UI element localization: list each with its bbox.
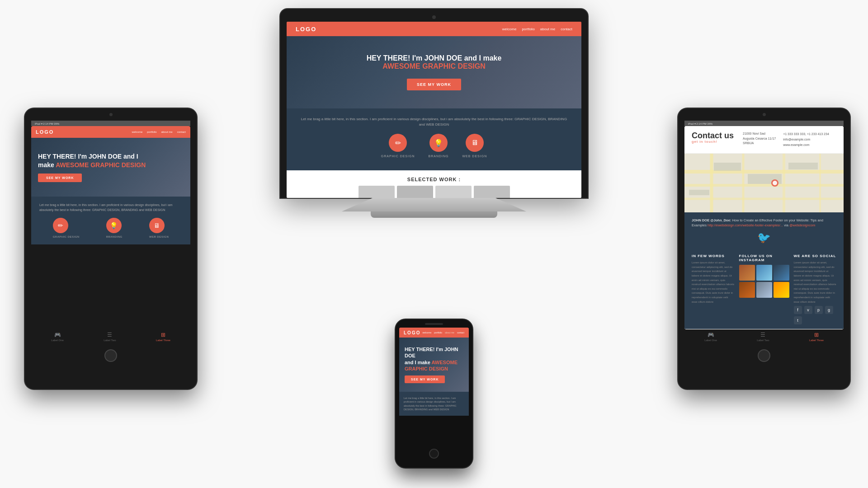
tablet-right-tab-3[interactable]: ⊞ Label Three bbox=[809, 332, 824, 342]
nav-welcome[interactable]: welcome bbox=[502, 27, 517, 31]
tablet-right-tab2-icon: ☰ bbox=[760, 332, 765, 338]
monitor-frame: LOGO welcome portfolio about me contact … bbox=[280, 9, 588, 198]
tablet-right-tab1-icon: 🎮 bbox=[708, 332, 714, 338]
icon-web-design: 🖥 WEB DESIGN bbox=[462, 134, 487, 158]
tablet-left-tab-1[interactable]: 🎮 Label One bbox=[51, 332, 64, 342]
tablet-left-nav-links: welcome portfolio about me contact bbox=[132, 131, 186, 133]
phone-hero: HEY THERE! I'm JOHN DOEand I make AWESOM… bbox=[399, 338, 469, 392]
see-my-work-button[interactable]: SEE MY WORK bbox=[407, 79, 461, 90]
tablet-right-tab-1[interactable]: 🎮 Label One bbox=[704, 332, 717, 342]
footer-instagram-title: FOLLOW US ON INSTAGRAM bbox=[739, 254, 789, 262]
work-item-4[interactable] bbox=[474, 186, 510, 198]
work-item-3[interactable] bbox=[435, 186, 472, 198]
work-grid bbox=[296, 186, 572, 198]
contact-footer: IN FEW WORDS Lorem ipsum dolor sit amet,… bbox=[684, 249, 844, 329]
work-title: SELECTED WORK : bbox=[296, 177, 572, 182]
work-item-1[interactable] bbox=[359, 186, 395, 198]
monitor-hero: HEY THERE! I'm JOHN DOE and I make AWESO… bbox=[287, 36, 581, 108]
insta-3[interactable] bbox=[774, 265, 789, 281]
phone-nav-links: welcome portfolio about me contact bbox=[422, 331, 464, 334]
insta-2[interactable] bbox=[756, 265, 772, 281]
monitor-stand bbox=[280, 198, 588, 211]
tablet-left-about-text: Let me brag a little bit here, in this s… bbox=[39, 203, 182, 212]
contact-title: Contact us bbox=[692, 131, 734, 140]
tablet-left-hero: HEY THERE! I'm JOHN DOE and Imake AWESOM… bbox=[31, 138, 190, 197]
insta-5[interactable] bbox=[756, 282, 772, 298]
svg-rect-10 bbox=[788, 163, 818, 169]
insta-4[interactable] bbox=[739, 282, 755, 298]
nav-contact[interactable]: contact bbox=[561, 27, 572, 31]
phone-home-button[interactable] bbox=[429, 449, 439, 459]
monitor: LOGO welcome portfolio about me contact … bbox=[280, 9, 588, 218]
instagram-grid bbox=[739, 265, 789, 298]
tablet-left-camera bbox=[109, 113, 113, 116]
pinterest-icon[interactable]: p bbox=[815, 306, 823, 314]
tablet-left-icon-1: ✏ GRAPHIC DESIGN bbox=[53, 218, 80, 238]
monitor-about: Let me brag a little bit here, in this s… bbox=[287, 108, 581, 170]
nav-portfolio[interactable]: portfolio bbox=[522, 27, 534, 31]
google-plus-icon[interactable]: g bbox=[825, 306, 833, 314]
social-icons: f v p g t bbox=[794, 306, 837, 324]
footer-col-words: IN FEW WORDS Lorem ipsum dolor sit amet,… bbox=[692, 254, 735, 324]
tablet-right-tab3-icon: ⊞ bbox=[814, 332, 819, 338]
tablet-left-hero-title: HEY THERE! I'm JOHN DOE and Imake AWESOM… bbox=[38, 152, 146, 169]
map-svg bbox=[684, 154, 844, 212]
phone-hero-title: HEY THERE! I'm JOHN DOEand I make AWESOM… bbox=[405, 346, 463, 372]
icon-graphic-design: ✏ GRAPHIC DESIGN bbox=[381, 134, 415, 158]
tablet-right-tab-bar: 🎮 Label One ☰ Label Two ⊞ Label Three bbox=[684, 329, 844, 344]
tablet-left-see-work-btn[interactable]: SEE MY WORK bbox=[38, 174, 82, 182]
monitor-work: SELECTED WORK : bbox=[287, 170, 581, 198]
list-icon: ☰ bbox=[107, 332, 112, 338]
monitor-logo: LOGO bbox=[296, 26, 316, 33]
insta-1[interactable] bbox=[739, 265, 755, 281]
branding-icon: 💡 bbox=[429, 134, 448, 152]
tablet-left: iPad ▾ 2:14 PM 35% LOGO welcome portfoli… bbox=[25, 108, 197, 389]
nav-about[interactable]: about me bbox=[540, 27, 555, 31]
monitor-base bbox=[371, 211, 497, 218]
tablet-left-nav: LOGO welcome portfolio about me contact bbox=[31, 126, 190, 138]
contact-info: 21000 Novi SadAugusta Cesarca 11/17SRBIJ… bbox=[743, 131, 836, 148]
footer-social-text: Lorem ipsum dolor sit amet, consectetur … bbox=[794, 261, 837, 304]
contact-header: Contact us get in touch! 21000 Novi SadA… bbox=[684, 126, 844, 154]
tablet-left-logo: LOGO bbox=[36, 129, 54, 135]
tablet-left-icons: ✏ GRAPHIC DESIGN 💡 BRANDING 🖥 WEB DESIGN bbox=[39, 218, 182, 238]
tablet-left-icon-2: 💡 BRANDING bbox=[106, 218, 123, 238]
tablet-left-status: iPad ▾ 2:14 PM 35% bbox=[31, 121, 190, 126]
phone: LOGO welcome portfolio about me contact … bbox=[396, 319, 472, 468]
phone-about-text: Let me brag a little bit here, in this s… bbox=[404, 396, 464, 411]
contact-map bbox=[684, 154, 844, 212]
vimeo-icon[interactable]: v bbox=[804, 306, 812, 314]
facebook-icon[interactable]: f bbox=[794, 306, 802, 314]
tablet-left-screen: LOGO welcome portfolio about me contact … bbox=[31, 126, 190, 329]
svg-rect-11 bbox=[689, 190, 709, 195]
web-design-label: WEB DESIGN bbox=[462, 155, 487, 158]
grid-icon: ⊞ bbox=[161, 332, 165, 338]
tablet-right-frame: iPad ▾ 2:14 PM 35% Contact us get in tou… bbox=[678, 108, 850, 389]
contact-title-block: Contact us get in touch! bbox=[692, 131, 734, 148]
tablet-right-status: iPad ▾ 2:14 PM 35% bbox=[684, 121, 844, 126]
monitor-nav: LOGO welcome portfolio about me contact bbox=[287, 22, 581, 36]
tablet-left-graphic-label: GRAPHIC DESIGN bbox=[53, 235, 80, 238]
tablet-right-home-button[interactable] bbox=[758, 349, 770, 362]
insta-6[interactable] bbox=[774, 282, 789, 298]
tablet-right-tab-2[interactable]: ☰ Label Two bbox=[757, 332, 769, 342]
contact-twitter-section: JOHN DOE @John_Doe: How to Create an Eff… bbox=[684, 212, 844, 250]
tablet-left-graphic-icon: ✏ bbox=[53, 218, 68, 233]
about-icons: ✏ GRAPHIC DESIGN 💡 BRANDING 🖥 WEB DESIGN bbox=[300, 134, 568, 158]
monitor-camera bbox=[432, 15, 436, 19]
work-item-2[interactable] bbox=[397, 186, 433, 198]
web-design-icon: 🖥 bbox=[466, 134, 484, 152]
tablet-left-frame: iPad ▾ 2:14 PM 35% LOGO welcome portfoli… bbox=[25, 108, 197, 389]
footer-col-social: WE ARE SO SOCIAL Lorem ipsum dolor sit a… bbox=[794, 254, 837, 324]
tablet-right: iPad ▾ 2:14 PM 35% Contact us get in tou… bbox=[678, 108, 850, 389]
svg-rect-8 bbox=[714, 163, 741, 171]
tablet-left-tab-2[interactable]: ☰ Label Two bbox=[104, 332, 116, 342]
tablet-left-tab-3[interactable]: ⊞ Label Three bbox=[156, 332, 170, 342]
tablet-right-camera bbox=[763, 113, 766, 116]
hero-title: HEY THERE! I'm JOHN DOE and I make AWESO… bbox=[367, 54, 502, 70]
tablet-left-home-button[interactable] bbox=[104, 349, 117, 362]
contact-subtitle: get in touch! bbox=[692, 140, 734, 144]
twitter-social-icon[interactable]: t bbox=[794, 316, 802, 324]
monitor-nav-links: welcome portfolio about me contact bbox=[502, 27, 572, 31]
phone-see-work-btn[interactable]: SEE MY WORK bbox=[405, 375, 445, 383]
